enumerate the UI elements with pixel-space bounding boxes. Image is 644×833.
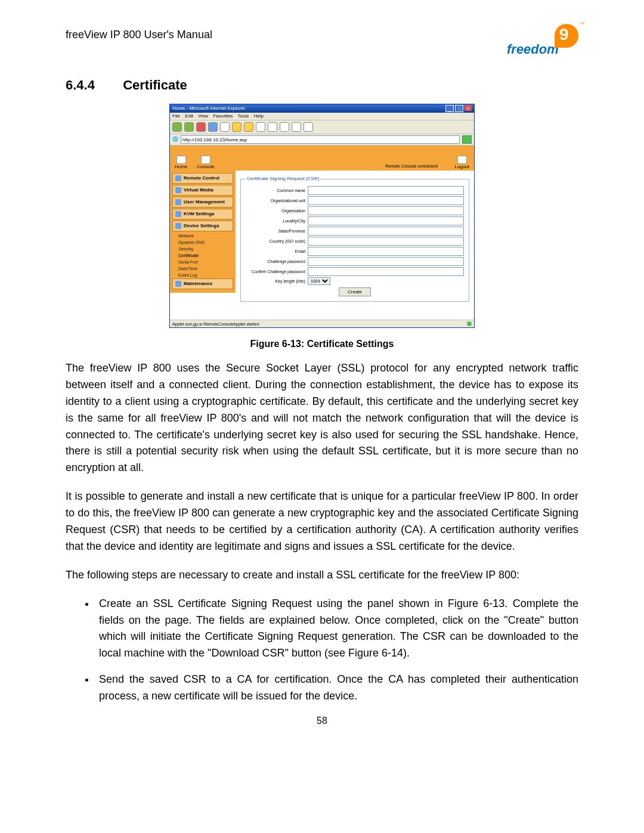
status-indicator-icon — [467, 321, 472, 326]
messenger-icon[interactable] — [304, 122, 313, 132]
label-org-unit: Organizational unit — [246, 199, 305, 203]
label-key-length: Key length (bits) — [246, 279, 305, 283]
sidebar-maintenance[interactable]: Maintenance — [172, 278, 233, 289]
favorites-icon[interactable] — [244, 122, 253, 132]
create-button[interactable]: Create — [339, 287, 371, 296]
menu-help[interactable]: Help — [254, 113, 264, 119]
window-titlebar: Home - Microsoft Internet Explorer _ □ × — [170, 104, 474, 113]
label-state: State/Province — [246, 229, 305, 233]
search-icon[interactable] — [232, 122, 242, 132]
figure-caption: Figure 6-13: Certificate Settings — [66, 339, 578, 349]
menu-tools[interactable]: Tools — [238, 113, 249, 119]
remote-control-icon — [175, 175, 181, 181]
csr-fieldset: Certificate Signing Request (CSR) Common… — [240, 176, 469, 302]
select-key-length[interactable]: 1024 — [308, 277, 330, 285]
console-nav-icon — [201, 156, 210, 164]
body-paragraph-2: It is possible to generate and install a… — [66, 488, 578, 555]
stop-icon[interactable] — [196, 122, 206, 132]
maintenance-icon — [175, 281, 181, 287]
print-icon[interactable] — [280, 122, 289, 132]
user-management-icon — [175, 199, 181, 205]
browser-toolbar — [170, 120, 474, 134]
sidebar-sub-network[interactable]: Network — [172, 233, 233, 239]
nav-logout[interactable]: Logout — [455, 156, 469, 169]
sidebar-sub-security[interactable]: Security — [172, 246, 233, 252]
sidebar-sub-serial[interactable]: Serial Port — [172, 259, 233, 265]
maximize-button[interactable]: □ — [455, 105, 463, 112]
section-number: 6.4.4 — [66, 78, 119, 93]
nav-home[interactable]: Home — [175, 156, 187, 169]
window-title: Home - Microsoft Internet Explorer — [172, 106, 245, 111]
address-bar: 🌐 — [170, 134, 474, 145]
step-item-2: Send the saved CSR to a CA for certifica… — [95, 671, 578, 705]
input-state[interactable] — [308, 227, 464, 236]
logo-text: freedom — [507, 42, 559, 57]
csr-legend: Certificate Signing Request (CSR) — [246, 176, 320, 181]
input-org-unit[interactable] — [308, 196, 464, 205]
label-common-name: Common name — [246, 188, 305, 193]
app-top-nav: Home Console Remote Console connected! L… — [170, 145, 474, 171]
sidebar-sub-certificate[interactable]: Certificate — [172, 252, 233, 259]
device-settings-icon — [175, 223, 181, 229]
logo-nine-icon — [555, 24, 578, 48]
go-button[interactable] — [462, 135, 472, 144]
virtual-media-icon — [175, 187, 181, 193]
brand-logo: freedom ™ — [507, 24, 578, 60]
logout-nav-icon — [457, 156, 467, 164]
sidebar-sub-datetime[interactable]: Date/Time — [172, 265, 233, 272]
body-paragraph-1: The freeView IP 800 uses the Secure Sock… — [66, 360, 578, 476]
step-item-1: Create an SSL Certificate Signing Reques… — [95, 596, 578, 662]
history-icon[interactable] — [256, 122, 265, 132]
kvm-settings-icon — [175, 211, 181, 217]
browser-status-bar: Applet sun.gp.sr.RemoteConsoleApplet sta… — [170, 320, 474, 327]
input-email[interactable] — [308, 247, 464, 256]
label-confirm-challenge-password: Confirm Challenge password — [246, 270, 305, 274]
edit-icon[interactable] — [292, 122, 301, 132]
page-number: 58 — [0, 716, 644, 726]
sidebar-user-management[interactable]: User Management — [172, 197, 233, 208]
figure-screenshot: Home - Microsoft Internet Explorer _ □ ×… — [169, 104, 475, 328]
forward-icon[interactable] — [184, 122, 194, 132]
sidebar-device-settings[interactable]: Device Settings — [172, 221, 233, 231]
mail-icon[interactable] — [268, 122, 277, 132]
section-title: Certificate — [123, 78, 187, 92]
section-heading: 6.4.4 Certificate — [66, 78, 578, 93]
ie-icon: 🌐 — [172, 137, 178, 142]
body-paragraph-3: The following steps are necessary to cre… — [66, 567, 578, 584]
input-confirm-challenge-password[interactable] — [308, 267, 464, 276]
close-button[interactable]: × — [465, 105, 472, 111]
status-text: Applet sun.gp.sr.RemoteConsoleApplet sta… — [172, 322, 259, 326]
remote-console-status: Remote Console connected! — [380, 163, 442, 169]
input-challenge-password[interactable] — [308, 257, 464, 266]
label-country: Country (ISO code) — [246, 239, 305, 243]
input-organization[interactable] — [308, 206, 464, 215]
label-challenge-password: Challenge password — [246, 259, 305, 264]
home-nav-icon — [177, 156, 186, 164]
sidebar-remote-control[interactable]: Remote Control — [172, 173, 233, 184]
menu-favorites[interactable]: Favorites — [213, 113, 233, 119]
steps-list: Create an SSL Certificate Signing Reques… — [66, 596, 578, 705]
trademark-icon: ™ — [580, 21, 584, 27]
back-icon[interactable] — [172, 122, 182, 132]
menu-view[interactable]: View — [198, 113, 208, 119]
browser-menubar: File Edit View Favorites Tools Help — [170, 113, 474, 120]
input-country[interactable] — [308, 237, 464, 246]
nav-console[interactable]: Console — [197, 156, 214, 169]
document-header: freeView IP 800 User's Manual — [66, 29, 212, 41]
label-locality: Locality/City — [246, 219, 305, 223]
menu-edit[interactable]: Edit — [185, 113, 193, 119]
sidebar-sub-eventlog[interactable]: Event Log — [172, 272, 233, 278]
address-input[interactable] — [181, 135, 460, 144]
label-email: Email — [246, 249, 305, 253]
sidebar-virtual-media[interactable]: Virtual Media — [172, 185, 233, 196]
sidebar-kvm-settings[interactable]: KVM Settings — [172, 209, 233, 219]
home-icon[interactable] — [220, 122, 230, 132]
sidebar-sub-dyndns[interactable]: Dynamic DNS — [172, 239, 233, 246]
menu-file[interactable]: File — [172, 113, 180, 119]
input-common-name[interactable] — [308, 186, 464, 195]
minimize-button[interactable]: _ — [445, 105, 454, 112]
label-organization: Organization — [246, 209, 305, 213]
refresh-icon[interactable] — [208, 122, 218, 132]
input-locality[interactable] — [308, 216, 464, 225]
